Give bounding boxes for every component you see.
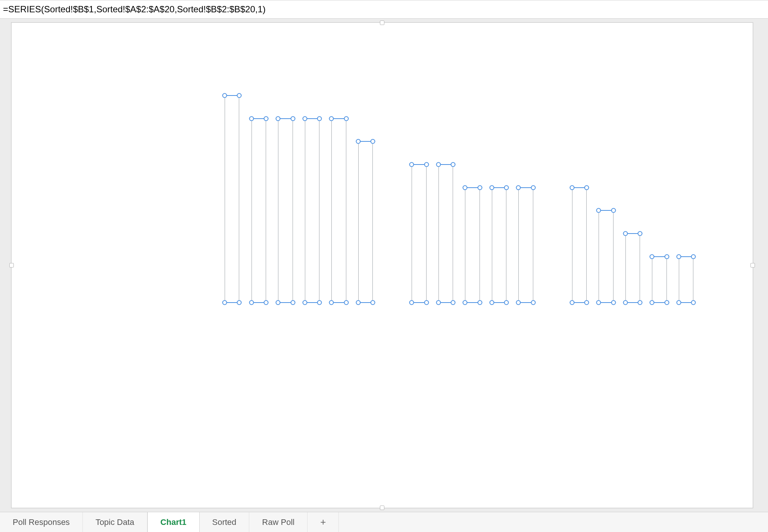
series-selection-marker[interactable] bbox=[569, 185, 574, 190]
bar[interactable] bbox=[225, 96, 239, 303]
series-selection-marker[interactable] bbox=[290, 116, 295, 121]
series-selection-marker[interactable] bbox=[569, 300, 574, 305]
series-selection-marker[interactable] bbox=[249, 300, 254, 305]
series-selection-marker[interactable] bbox=[424, 300, 429, 305]
resize-handle-right[interactable] bbox=[750, 263, 755, 267]
series-selection-marker[interactable] bbox=[302, 300, 307, 305]
series-selection-marker[interactable] bbox=[317, 116, 322, 121]
series-selection-marker[interactable] bbox=[611, 208, 616, 213]
add-sheet-button[interactable]: + bbox=[307, 512, 339, 532]
bar[interactable] bbox=[358, 141, 373, 303]
series-selection-marker[interactable] bbox=[276, 300, 281, 305]
bar[interactable] bbox=[625, 234, 640, 303]
series-selection-marker[interactable] bbox=[584, 300, 589, 305]
sheet-tab-topic-data[interactable]: Topic Data bbox=[83, 512, 147, 532]
series-selection-marker[interactable] bbox=[264, 300, 269, 305]
series-selection-marker[interactable] bbox=[623, 300, 628, 305]
sheet-tab-raw-poll[interactable]: Raw Poll bbox=[249, 512, 307, 532]
series-selection-marker[interactable] bbox=[436, 300, 441, 305]
series-selection-marker[interactable] bbox=[222, 300, 227, 305]
series-selection-marker[interactable] bbox=[691, 254, 696, 259]
series-selection-marker[interactable] bbox=[691, 300, 696, 305]
series-selection-marker[interactable] bbox=[356, 300, 361, 305]
series-selection-marker[interactable] bbox=[531, 185, 536, 190]
series-selection-marker[interactable] bbox=[344, 116, 349, 121]
series-selection-marker[interactable] bbox=[249, 116, 254, 121]
bar[interactable] bbox=[438, 165, 453, 303]
plot-area[interactable] bbox=[219, 96, 726, 303]
series-selection-marker[interactable] bbox=[356, 139, 361, 144]
resize-handle-bottom[interactable] bbox=[380, 506, 384, 510]
series-selection-marker[interactable] bbox=[676, 254, 681, 259]
series-selection-marker[interactable] bbox=[463, 185, 468, 190]
series-selection-marker[interactable] bbox=[371, 139, 375, 144]
series-selection-marker[interactable] bbox=[531, 300, 536, 305]
series-selection-marker[interactable] bbox=[638, 300, 643, 305]
series-selection-marker[interactable] bbox=[650, 254, 655, 259]
series-selection-marker[interactable] bbox=[650, 300, 655, 305]
chart-workspace bbox=[0, 19, 768, 512]
series-selection-marker[interactable] bbox=[329, 300, 334, 305]
series-selection-marker[interactable] bbox=[516, 300, 521, 305]
series-selection-marker[interactable] bbox=[596, 300, 601, 305]
series-selection-marker[interactable] bbox=[344, 300, 349, 305]
bar[interactable] bbox=[252, 119, 266, 303]
formula-text: =SERIES(Sorted!$B$1,Sorted!$A$2:$A$20,So… bbox=[3, 4, 266, 15]
series-selection-marker[interactable] bbox=[329, 116, 334, 121]
series-selection-marker[interactable] bbox=[489, 300, 494, 305]
series-selection-marker[interactable] bbox=[436, 162, 441, 167]
series-selection-marker[interactable] bbox=[676, 300, 681, 305]
series-selection-marker[interactable] bbox=[516, 185, 521, 190]
series-selection-marker[interactable] bbox=[596, 208, 601, 213]
series-selection-marker[interactable] bbox=[237, 93, 242, 98]
series-selection-marker[interactable] bbox=[611, 300, 616, 305]
series-selection-marker[interactable] bbox=[317, 300, 322, 305]
bar[interactable] bbox=[652, 257, 666, 303]
series-selection-marker[interactable] bbox=[409, 300, 414, 305]
bar[interactable] bbox=[679, 257, 693, 303]
resize-handle-top[interactable] bbox=[380, 21, 384, 25]
series-selection-marker[interactable] bbox=[463, 300, 468, 305]
series-selection-marker[interactable] bbox=[424, 162, 429, 167]
series-selection-marker[interactable] bbox=[623, 231, 628, 236]
series-selection-marker[interactable] bbox=[302, 116, 307, 121]
series-selection-marker[interactable] bbox=[638, 231, 643, 236]
series-selection-marker[interactable] bbox=[371, 300, 375, 305]
sheet-tab-bar: Poll ResponsesTopic DataChart1SortedRaw … bbox=[0, 512, 768, 532]
series-selection-marker[interactable] bbox=[664, 300, 669, 305]
sheet-tab-label: Poll Responses bbox=[13, 517, 70, 527]
chart-object[interactable] bbox=[11, 22, 753, 508]
resize-handle-left[interactable] bbox=[9, 263, 14, 267]
bar[interactable] bbox=[412, 165, 426, 303]
series-selection-marker[interactable] bbox=[276, 116, 281, 121]
bar[interactable] bbox=[492, 188, 506, 303]
sheet-tab-sorted[interactable]: Sorted bbox=[200, 512, 250, 532]
series-selection-marker[interactable] bbox=[584, 185, 589, 190]
sheet-tab-chart1[interactable]: Chart1 bbox=[147, 512, 200, 532]
bar[interactable] bbox=[465, 188, 480, 303]
bar[interactable] bbox=[572, 188, 587, 303]
sheet-tab-label: Chart1 bbox=[160, 517, 187, 527]
series-selection-marker[interactable] bbox=[664, 254, 669, 259]
bar[interactable] bbox=[599, 210, 613, 303]
series-selection-marker[interactable] bbox=[451, 162, 456, 167]
sheet-tab-label: Topic Data bbox=[96, 517, 134, 527]
formula-bar[interactable]: =SERIES(Sorted!$B$1,Sorted!$A$2:$A$20,So… bbox=[0, 0, 768, 19]
series-selection-marker[interactable] bbox=[477, 300, 482, 305]
series-selection-marker[interactable] bbox=[504, 185, 509, 190]
series-selection-marker[interactable] bbox=[222, 93, 227, 98]
bar[interactable] bbox=[331, 119, 346, 303]
bar[interactable] bbox=[518, 188, 533, 303]
sheet-tab-poll-responses[interactable]: Poll Responses bbox=[0, 512, 83, 532]
series-selection-marker[interactable] bbox=[504, 300, 509, 305]
series-selection-marker[interactable] bbox=[451, 300, 456, 305]
series-selection-marker[interactable] bbox=[409, 162, 414, 167]
sheet-tab-label: Sorted bbox=[212, 517, 237, 527]
series-selection-marker[interactable] bbox=[477, 185, 482, 190]
series-selection-marker[interactable] bbox=[264, 116, 269, 121]
series-selection-marker[interactable] bbox=[489, 185, 494, 190]
series-selection-marker[interactable] bbox=[237, 300, 242, 305]
series-selection-marker[interactable] bbox=[290, 300, 295, 305]
bar[interactable] bbox=[278, 119, 293, 303]
bar[interactable] bbox=[305, 119, 319, 303]
